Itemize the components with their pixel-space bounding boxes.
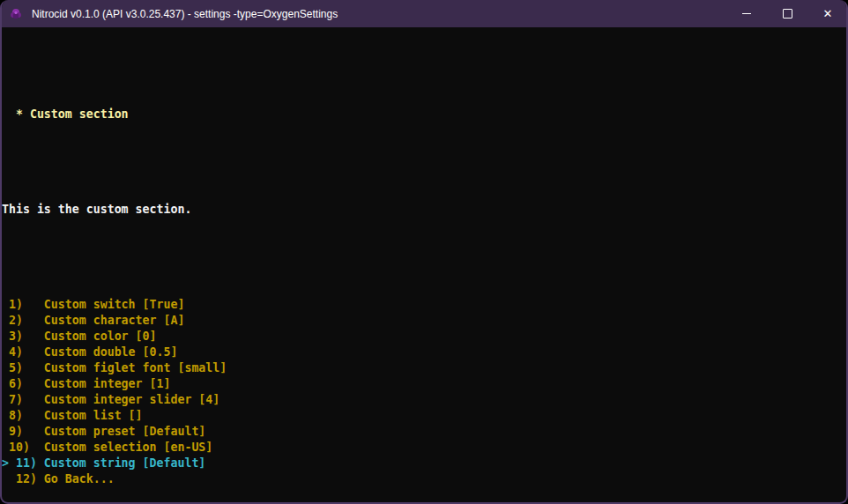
- console-screen: * Custom section This is the custom sect…: [2, 27, 846, 502]
- menu-item-5[interactable]: 5) Custom figlet font [small]: [2, 360, 846, 376]
- menu-item-12[interactable]: 12) Go Back...: [2, 471, 846, 487]
- menu-item-4[interactable]: 4) Custom double [0.5]: [2, 345, 846, 360]
- window-title: Nitrocid v0.1.0 (API v3.0.25.437) - sett…: [32, 8, 726, 20]
- menu-item-11[interactable]: > 11) Custom string [Default]: [2, 456, 846, 471]
- blank-row: [2, 249, 846, 265]
- close-button[interactable]: ✕: [807, 0, 848, 27]
- minimize-icon: [742, 13, 751, 14]
- menu-item-7[interactable]: 7) Custom integer slider [4]: [2, 392, 846, 408]
- menu-item-2[interactable]: 2) Custom character [A]: [2, 313, 846, 329]
- blank-row: [2, 59, 846, 75]
- minimize-button[interactable]: [726, 0, 767, 27]
- settings-menu: 1) Custom switch [True] 2) Custom charac…: [2, 297, 846, 487]
- maximize-button[interactable]: [767, 0, 807, 27]
- app-icon: [9, 7, 23, 21]
- titlebar: Nitrocid v0.1.0 (API v3.0.25.437) - sett…: [0, 0, 848, 27]
- maximize-icon: [783, 9, 792, 19]
- close-icon: ✕: [823, 8, 833, 19]
- menu-item-3[interactable]: 3) Custom color [0]: [2, 329, 846, 345]
- menu-item-8[interactable]: 8) Custom list []: [2, 408, 846, 424]
- menu-item-1[interactable]: 1) Custom switch [True]: [2, 297, 846, 313]
- menu-item-10[interactable]: 10) Custom selection [en-US]: [2, 440, 846, 456]
- blank-row: [2, 154, 846, 170]
- section-header: * Custom section: [2, 107, 846, 122]
- menu-item-6[interactable]: 6) Custom integer [1]: [2, 376, 846, 392]
- section-description: This is the custom section.: [2, 202, 846, 218]
- menu-item-9[interactable]: 9) Custom preset [Default]: [2, 424, 846, 440]
- terminal-window: Nitrocid v0.1.0 (API v3.0.25.437) - sett…: [0, 0, 848, 504]
- window-controls: ✕: [726, 0, 848, 27]
